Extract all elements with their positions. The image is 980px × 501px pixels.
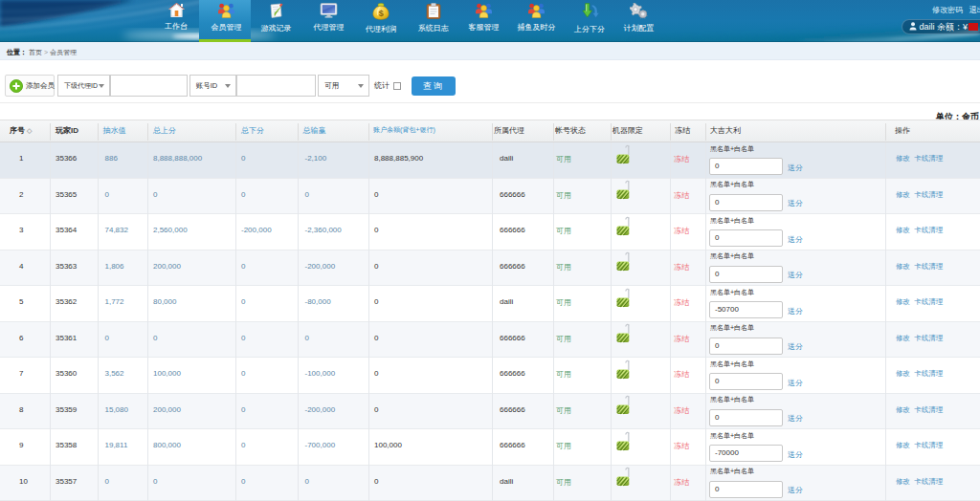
svg-text:$: $	[379, 9, 384, 18]
